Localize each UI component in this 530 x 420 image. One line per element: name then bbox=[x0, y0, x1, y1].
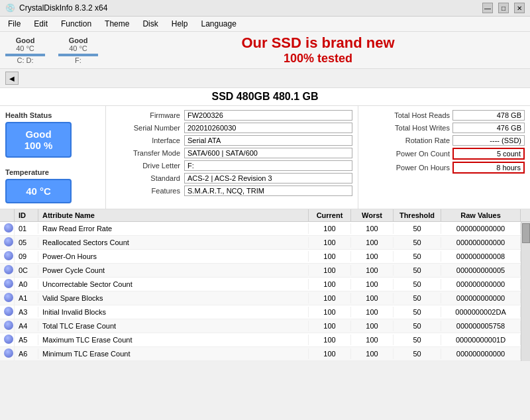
drive-f-label: Good bbox=[69, 36, 88, 44]
interface-value: Serial ATA bbox=[184, 135, 352, 146]
row-current: 100 bbox=[309, 265, 351, 276]
row-raw: 000000005758 bbox=[441, 321, 521, 331]
back-button[interactable]: ◀ bbox=[5, 72, 19, 85]
row-icon bbox=[0, 222, 15, 235]
drive-f-letter: F: bbox=[75, 56, 81, 64]
minimize-button[interactable]: — bbox=[482, 3, 493, 13]
th-icon bbox=[0, 209, 15, 221]
host-reads-label: Total Host Reads bbox=[364, 111, 450, 119]
row-worst: 100 bbox=[351, 251, 394, 262]
row-worst: 100 bbox=[351, 223, 394, 234]
info-row-transfer: Transfer Mode SATA/600 | SATA/600 bbox=[111, 148, 352, 158]
menu-disk[interactable]: Disk bbox=[137, 18, 163, 30]
row-id: A6 bbox=[15, 348, 38, 359]
title-bar: 💿 CrystalDiskInfo 8.3.2 x64 — □ ✕ bbox=[0, 0, 530, 17]
status-circle-icon bbox=[4, 307, 13, 316]
status-bar: Good 40 °C C: D: Good 40 °C F: Our SSD i… bbox=[0, 32, 530, 69]
health-section-label: Health Status bbox=[5, 111, 100, 119]
status-circle-icon bbox=[4, 321, 13, 330]
menu-help[interactable]: Help bbox=[166, 18, 193, 30]
left-panel: Health Status Good 100 % Temperature 40 … bbox=[0, 106, 106, 209]
row-id: 01 bbox=[15, 223, 38, 234]
info-row-drive-letter: Drive Letter F: bbox=[111, 160, 352, 171]
right-row-power-hours: Power On Hours 8 hours bbox=[364, 162, 525, 174]
scrollbar-thumb[interactable] bbox=[522, 223, 530, 243]
th-worst: Worst bbox=[351, 209, 394, 221]
health-status: Good bbox=[15, 129, 62, 140]
status-circle-icon bbox=[4, 348, 13, 358]
right-row-host-reads: Total Host Reads 478 GB bbox=[364, 110, 525, 121]
row-attribute-name: Initial Invalid Blocks bbox=[38, 307, 309, 317]
row-id: A0 bbox=[15, 279, 38, 289]
row-attribute-name: Power-On Hours bbox=[38, 251, 309, 262]
row-id: A5 bbox=[15, 335, 38, 345]
row-attribute-name: Valid Spare Blocks bbox=[38, 293, 309, 303]
row-id: A3 bbox=[15, 307, 38, 317]
menu-language[interactable]: Language bbox=[195, 18, 241, 30]
menu-edit[interactable]: Edit bbox=[28, 18, 53, 30]
row-icon bbox=[0, 305, 15, 319]
status-circle-icon bbox=[4, 237, 13, 246]
row-raw: 000000000005 bbox=[441, 265, 521, 276]
row-attribute-name: Power Cycle Count bbox=[38, 265, 309, 276]
close-button[interactable]: ✕ bbox=[514, 3, 525, 13]
transfer-value: SATA/600 | SATA/600 bbox=[184, 148, 352, 158]
info-row-features: Features S.M.A.R.T., NCQ, TRIM bbox=[111, 185, 352, 196]
th-name: Attribute Name bbox=[38, 209, 309, 221]
temperature-value: 40 °C bbox=[15, 185, 62, 197]
row-threshold: 50 bbox=[394, 279, 441, 289]
maximize-button[interactable]: □ bbox=[498, 3, 509, 13]
rotation-label: Rotation Rate bbox=[364, 136, 450, 144]
main-content: Health Status Good 100 % Temperature 40 … bbox=[0, 106, 530, 209]
row-worst: 100 bbox=[351, 265, 394, 276]
temperature-section-label: Temperature bbox=[5, 168, 100, 176]
interface-label: Interface bbox=[111, 136, 184, 144]
menu-file[interactable]: File bbox=[3, 18, 26, 30]
menu-function[interactable]: Function bbox=[56, 18, 97, 30]
row-threshold: 50 bbox=[394, 348, 441, 359]
row-icon bbox=[0, 250, 15, 263]
right-row-host-writes: Total Host Writes 476 GB bbox=[364, 123, 525, 133]
overlay-text-container: Our SSD is brand new 100% tested bbox=[111, 34, 525, 66]
table-row: A4 Total TLC Erase Count 100 100 50 0000… bbox=[0, 319, 521, 333]
drive-f-temp: 40 °C bbox=[69, 44, 87, 52]
menu-theme[interactable]: Theme bbox=[99, 18, 134, 30]
row-icon bbox=[0, 291, 15, 305]
row-current: 100 bbox=[309, 307, 351, 317]
app-icon: 💿 bbox=[5, 3, 15, 13]
row-id: 09 bbox=[15, 251, 38, 262]
row-raw: 000000000000 bbox=[441, 237, 521, 248]
table-header: ID Attribute Name Current Worst Threshol… bbox=[0, 209, 530, 222]
th-current: Current bbox=[309, 209, 351, 221]
row-current: 100 bbox=[309, 223, 351, 234]
info-row-serial: Serial Number 202010260030 bbox=[111, 123, 352, 133]
th-threshold: Threshold bbox=[394, 209, 441, 221]
health-percent: 100 % bbox=[15, 140, 62, 151]
row-attribute-name: Reallocated Sectors Count bbox=[38, 237, 309, 248]
row-worst: 100 bbox=[351, 237, 394, 248]
table-row: 05 Reallocated Sectors Count 100 100 50 … bbox=[0, 236, 521, 250]
row-worst: 100 bbox=[351, 307, 394, 317]
table-row: A1 Valid Spare Blocks 100 100 50 0000000… bbox=[0, 291, 521, 305]
info-row-firmware: Firmware FW200326 bbox=[111, 110, 352, 121]
row-worst: 100 bbox=[351, 321, 394, 331]
row-icon bbox=[0, 278, 15, 291]
menu-bar: File Edit Function Theme Disk Help Langu… bbox=[0, 17, 530, 32]
row-raw: 000000000000 bbox=[441, 348, 521, 359]
transfer-label: Transfer Mode bbox=[111, 149, 184, 157]
info-panel: Firmware FW200326 Serial Number 20201026… bbox=[106, 106, 358, 209]
row-raw: 0000000002DA bbox=[441, 307, 521, 317]
row-current: 100 bbox=[309, 348, 351, 359]
row-threshold: 50 bbox=[394, 251, 441, 262]
table-scrollbar[interactable] bbox=[521, 222, 530, 361]
drive-c-temp: 40 °C bbox=[16, 44, 34, 52]
status-circle-icon bbox=[4, 265, 13, 274]
drive-letter-label: Drive Letter bbox=[111, 162, 184, 170]
drive-c-status: Good 40 °C C: D: bbox=[5, 36, 45, 64]
host-writes-value: 476 GB bbox=[452, 123, 525, 133]
title-bar-left: 💿 CrystalDiskInfo 8.3.2 x64 bbox=[5, 3, 107, 13]
row-raw: 000000000000 bbox=[441, 223, 521, 234]
drive-c-label: Good bbox=[16, 36, 35, 44]
row-id: A4 bbox=[15, 321, 38, 331]
status-circle-icon bbox=[4, 251, 13, 260]
